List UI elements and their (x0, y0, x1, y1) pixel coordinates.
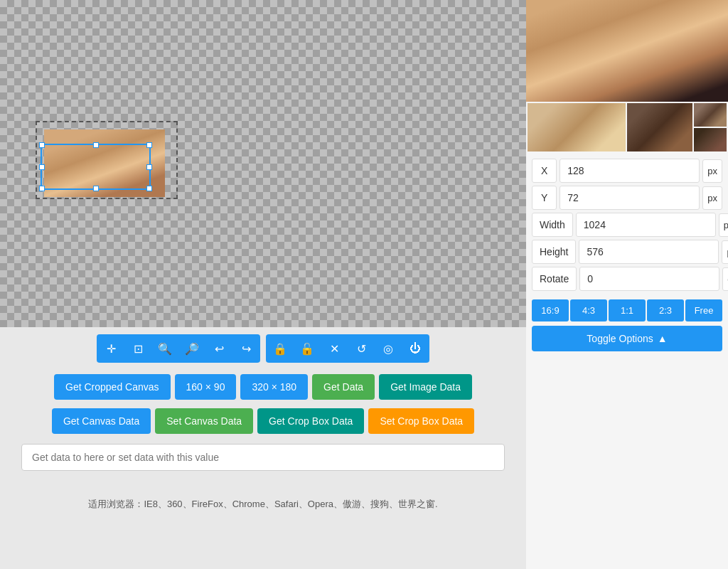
width-input[interactable] (576, 213, 716, 237)
thumb-image-1 (528, 103, 626, 151)
rotate-input[interactable] (579, 267, 719, 291)
footer-text: 适用浏览器：IE8、360、FireFox、Chrome、Safari、Oper… (88, 499, 437, 509)
right-panel: X px Y px Width px Height px (526, 0, 728, 569)
preview-thumb-3 (694, 103, 727, 127)
lock-button[interactable]: 🔒 (267, 336, 293, 361)
action-row-1: Get Cropped Canvas 160 × 90 320 × 180 Ge… (0, 370, 526, 404)
x-label: X (532, 159, 557, 183)
get-data-button[interactable]: Get Data (312, 374, 375, 400)
preview-thumb-2 (627, 103, 692, 151)
size-large: 320 × 180 (240, 374, 308, 400)
toolbar: ✛ ⊡ 🔍 🔎 ↩ ↪ 🔒 🔓 ✕ ↺ ◎ ⏻ (0, 327, 526, 370)
power-button[interactable]: ⏻ (402, 336, 428, 361)
canvas-container[interactable] (0, 0, 526, 327)
crop-handle-br[interactable] (146, 186, 152, 191)
crop-handle-ml[interactable] (39, 164, 45, 170)
action-row-2: Get Canvas Data Set Canvas Data Get Crop… (0, 404, 526, 438)
set-canvas-data-button[interactable]: Set Canvas Data (155, 408, 253, 434)
y-unit: px (702, 186, 722, 210)
get-crop-box-data-button[interactable]: Get Crop Box Data (257, 408, 364, 434)
main-layout: ✛ ⊡ 🔍 🔎 ↩ ↪ 🔒 🔓 ✕ ↺ ◎ ⏻ Get Cropped Canv… (0, 0, 728, 569)
toolbar-group-1: ✛ ⊡ 🔍 🔎 ↩ ↪ (97, 334, 260, 363)
form-row-rotate: Rotate deg (532, 267, 722, 291)
zoom-in-button[interactable]: 🔍 (152, 336, 178, 361)
data-input[interactable] (21, 444, 505, 471)
form-section: X px Y px Width px Height px (526, 153, 728, 297)
crop-handle-bl[interactable] (39, 186, 45, 191)
preview-thumbs (526, 102, 728, 153)
crop-button[interactable]: ⊡ (125, 336, 151, 361)
form-row-height: Height px (532, 240, 722, 264)
rotate-unit: deg (722, 267, 728, 291)
width-unit: px (719, 213, 728, 237)
toggle-options-label: Toggle Options (587, 333, 653, 344)
undo-button[interactable]: ↩ (206, 336, 232, 361)
x-input[interactable] (560, 159, 700, 183)
data-input-row (0, 438, 526, 477)
thumb-image-4 (694, 128, 727, 151)
height-input[interactable] (579, 240, 719, 264)
ratio-free[interactable]: Free (685, 299, 722, 321)
toggle-options-button[interactable]: Toggle Options ▲ (532, 326, 722, 351)
form-row-y: Y px (532, 186, 722, 210)
thumb-image-3 (694, 103, 727, 127)
crop-handle-tm[interactable] (93, 142, 99, 148)
footer: 适用浏览器：IE8、360、FireFox、Chrome、Safari、Oper… (0, 477, 526, 518)
rotate-label: Rotate (532, 267, 577, 291)
form-row-width: Width px (532, 213, 722, 237)
canvas-area: ✛ ⊡ 🔍 🔎 ↩ ↪ 🔒 🔓 ✕ ↺ ◎ ⏻ Get Cropped Canv… (0, 0, 526, 569)
close-button[interactable]: ✕ (321, 336, 347, 361)
crop-overlay[interactable] (41, 144, 151, 190)
crop-handle-tl[interactable] (39, 142, 45, 148)
get-cropped-canvas-button[interactable]: Get Cropped Canvas (54, 374, 171, 400)
ratio-2-3[interactable]: 2:3 (647, 299, 684, 321)
y-input[interactable] (560, 186, 700, 210)
get-image-data-button[interactable]: Get Image Data (379, 374, 472, 400)
ratio-4-3[interactable]: 4:3 (570, 299, 607, 321)
form-row-x: X px (532, 159, 722, 183)
toggle-options-icon: ▲ (658, 333, 668, 344)
width-label: Width (532, 213, 573, 237)
size-small: 160 × 90 (175, 374, 237, 400)
set-crop-box-data-button[interactable]: Set Crop Box Data (368, 408, 474, 434)
y-label: Y (532, 186, 557, 210)
get-canvas-data-button[interactable]: Get Canvas Data (52, 408, 151, 434)
move-button[interactable]: ✛ (98, 336, 124, 361)
preview-thumb-1 (528, 103, 626, 151)
preview-main (526, 0, 728, 102)
preview-thumb-4 (694, 128, 727, 151)
unlock-button[interactable]: 🔓 (294, 336, 320, 361)
height-unit: px (722, 240, 728, 264)
refresh-button[interactable]: ↺ (348, 336, 374, 361)
x-unit: px (702, 159, 722, 183)
crop-handle-mr[interactable] (146, 164, 152, 170)
crop-wrapper (36, 121, 178, 199)
crop-handle-bm[interactable] (93, 186, 99, 191)
preview-main-image (526, 0, 728, 102)
thumb-image-2 (627, 103, 692, 151)
redo-button[interactable]: ↪ (233, 336, 259, 361)
ratio-16-9[interactable]: 16:9 (532, 299, 569, 321)
zoom-out-button[interactable]: 🔎 (179, 336, 205, 361)
ratio-row: 16:9 4:3 1:1 2:3 Free (526, 297, 728, 321)
toolbar-group-2: 🔒 🔓 ✕ ↺ ◎ ⏻ (266, 334, 429, 363)
target-button[interactable]: ◎ (375, 336, 401, 361)
ratio-1-1[interactable]: 1:1 (609, 299, 646, 321)
crop-handle-tr[interactable] (146, 142, 152, 148)
height-label: Height (532, 240, 576, 264)
